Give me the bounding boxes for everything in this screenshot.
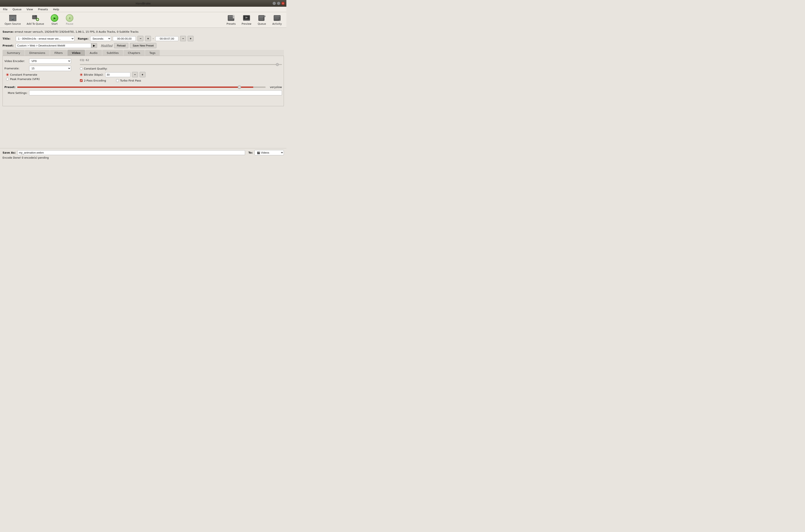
turbo-checkbox[interactable] bbox=[116, 79, 119, 82]
svg-rect-38 bbox=[264, 16, 265, 17]
svg-rect-26 bbox=[228, 18, 233, 19]
tab-summary[interactable]: Summary bbox=[2, 50, 24, 56]
presets-icon bbox=[227, 14, 235, 22]
cq-label: CQ: 62 bbox=[80, 58, 282, 62]
open-source-label: Open Source bbox=[5, 22, 21, 25]
end-time-plus[interactable]: + bbox=[188, 36, 193, 41]
end-time-input[interactable] bbox=[155, 36, 179, 41]
framerate-label: Framerate: bbox=[4, 67, 27, 70]
activity-button[interactable]: Activity bbox=[270, 14, 284, 26]
tab-subtitles[interactable]: Subtitles bbox=[102, 50, 123, 56]
bottom-bar: Save As: To: 🎬 Videos Encode Done! 0 enc… bbox=[0, 148, 286, 161]
svg-rect-42 bbox=[274, 18, 279, 18]
constant-quality-option[interactable]: Constant Quality: bbox=[80, 67, 107, 70]
constant-quality-radio[interactable] bbox=[80, 67, 82, 70]
activity-label: Activity bbox=[272, 22, 282, 25]
menu-view[interactable]: View bbox=[25, 7, 34, 11]
range-label: Range: bbox=[78, 37, 89, 40]
svg-rect-40 bbox=[274, 16, 280, 16]
save-as-label: Save As: bbox=[2, 151, 16, 154]
constant-framerate-radio[interactable] bbox=[6, 73, 9, 76]
turbo-option[interactable]: Turbo First Pass bbox=[116, 79, 141, 82]
presets-label: Presets bbox=[227, 22, 236, 25]
tab-video-content: Video Encoder: VP9 H.264 H.265 Framerate… bbox=[2, 56, 284, 106]
peak-framerate-radio[interactable] bbox=[6, 78, 9, 80]
tab-chapters[interactable]: Chapters bbox=[124, 50, 145, 56]
two-pass-option[interactable]: 2-Pass Encoding bbox=[80, 79, 106, 82]
bitrate-radio[interactable] bbox=[80, 73, 82, 76]
save-as-input[interactable] bbox=[17, 150, 245, 155]
maximize-button[interactable]: □ bbox=[277, 2, 280, 5]
menubar: File Queue View Presets Help bbox=[0, 7, 286, 12]
preset-input[interactable] bbox=[16, 43, 91, 48]
more-settings-label: More Settings: bbox=[4, 91, 27, 95]
preset-arrow-button[interactable]: ▶ bbox=[91, 43, 97, 48]
constant-framerate-option[interactable]: Constant Framerate bbox=[6, 73, 72, 76]
presets-button[interactable]: Presets bbox=[224, 14, 238, 26]
encoder-select[interactable]: VP9 H.264 H.265 bbox=[29, 58, 71, 64]
svg-point-28 bbox=[233, 15, 235, 17]
more-settings-input[interactable] bbox=[29, 90, 282, 95]
modified-link[interactable]: Modified bbox=[101, 44, 112, 47]
tab-audio[interactable]: Audio bbox=[85, 50, 102, 56]
range-select[interactable]: Seconds: bbox=[90, 36, 111, 41]
reload-button[interactable]: Reload bbox=[114, 43, 128, 48]
tab-tags[interactable]: Tags bbox=[145, 50, 160, 56]
bitrate-option[interactable]: Bitrate (kbps): bbox=[80, 73, 104, 76]
titlebar: HandBrake − □ × bbox=[0, 0, 286, 7]
end-time-minus[interactable]: − bbox=[180, 36, 186, 41]
svg-rect-8 bbox=[15, 15, 16, 16]
svg-rect-4 bbox=[11, 15, 12, 16]
tab-video[interactable]: Video bbox=[68, 50, 85, 56]
open-source-button[interactable]: 📷 Open Source bbox=[2, 14, 23, 26]
svg-rect-16 bbox=[33, 16, 33, 16]
pause-button[interactable]: Pause bbox=[63, 14, 76, 26]
source-label: Source: bbox=[2, 30, 14, 33]
preview-button[interactable]: Preview bbox=[239, 14, 254, 26]
bitrate-label: Bitrate (kbps): bbox=[84, 73, 104, 76]
turbo-label: Turbo First Pass bbox=[120, 79, 141, 82]
title-label: Title: bbox=[2, 37, 14, 40]
queue-button[interactable]: Queue bbox=[255, 14, 268, 26]
start-time-input[interactable] bbox=[113, 36, 136, 41]
peak-framerate-option[interactable]: Peak Framerate (VFR) bbox=[6, 77, 72, 81]
svg-rect-5 bbox=[12, 15, 13, 16]
framerate-select[interactable]: 15 24 30 bbox=[29, 66, 71, 71]
open-source-icon: 📷 bbox=[9, 14, 17, 22]
bitrate-minus[interactable]: − bbox=[132, 72, 138, 77]
menu-file[interactable]: File bbox=[2, 7, 9, 11]
add-to-queue-icon bbox=[32, 14, 39, 22]
svg-point-29 bbox=[233, 17, 235, 18]
minimize-button[interactable]: − bbox=[273, 2, 276, 5]
left-video-settings: Video Encoder: VP9 H.264 H.265 Framerate… bbox=[4, 58, 72, 84]
preset-slider[interactable] bbox=[17, 87, 266, 88]
tab-filters[interactable]: Filters bbox=[50, 50, 67, 56]
start-time-plus[interactable]: + bbox=[145, 36, 151, 41]
quality-section: CQ: 62 Constant Quality: Bitrate (k bbox=[76, 58, 282, 84]
quality-slider[interactable] bbox=[80, 64, 282, 65]
two-pass-checkbox[interactable] bbox=[80, 79, 82, 82]
title-select[interactable]: 1 - 00h00m14s - erneut neuer ver... bbox=[16, 36, 74, 41]
save-new-preset-button[interactable]: Save New Preset bbox=[130, 43, 156, 48]
preset-select-wrap: ▶ bbox=[16, 43, 97, 48]
svg-rect-35 bbox=[259, 16, 263, 17]
bitrate-row: Bitrate (kbps): − + bbox=[80, 72, 282, 77]
close-button[interactable]: × bbox=[281, 2, 285, 5]
svg-rect-7 bbox=[14, 15, 15, 16]
destination-folder-select[interactable]: 🎬 Videos bbox=[255, 150, 284, 155]
framerate-row: Framerate: 15 24 30 bbox=[4, 66, 72, 71]
encoder-row: Video Encoder: VP9 H.264 H.265 bbox=[4, 58, 72, 64]
menu-queue[interactable]: Queue bbox=[11, 7, 23, 11]
start-button[interactable]: Start bbox=[48, 14, 61, 26]
menu-presets[interactable]: Presets bbox=[37, 7, 49, 11]
add-to-queue-button[interactable]: Add To Queue bbox=[24, 14, 46, 26]
preset-row: Preset: ▶ Modified Reload Save New Prese… bbox=[2, 43, 284, 48]
start-time-minus[interactable]: − bbox=[137, 36, 144, 41]
menu-help[interactable]: Help bbox=[52, 7, 61, 11]
bitrate-input[interactable] bbox=[105, 72, 130, 77]
queue-icon bbox=[258, 14, 266, 22]
preset-slider-label: Preset: bbox=[4, 86, 16, 89]
source-info: Source: erneut neuer versuch, 1920x978 (… bbox=[2, 29, 284, 34]
bitrate-plus[interactable]: + bbox=[139, 72, 146, 77]
tab-dimensions[interactable]: Dimensions bbox=[25, 50, 50, 56]
